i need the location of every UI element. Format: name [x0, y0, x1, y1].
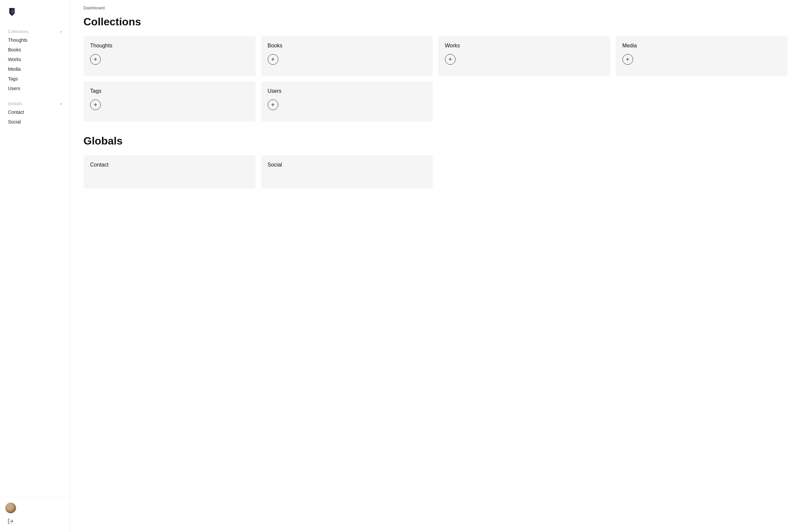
card-thoughts-add-button[interactable]: +	[90, 54, 101, 65]
card-media-add-button[interactable]: +	[623, 54, 633, 65]
logout-icon	[7, 518, 14, 525]
collections-header[interactable]: Collections ▾	[5, 27, 64, 35]
card-thoughts[interactable]: Thoughts +	[83, 36, 256, 76]
card-works-add-button[interactable]: +	[445, 54, 456, 65]
plus-icon: +	[449, 56, 452, 62]
globals-cards-grid: Contact Social	[83, 155, 788, 189]
breadcrumb: Dashboard	[83, 0, 788, 16]
card-works[interactable]: Works +	[438, 36, 610, 76]
card-books-add-button[interactable]: +	[268, 54, 278, 65]
globals-content-section: Globals Contact Social	[83, 135, 788, 189]
avatar[interactable]	[5, 502, 16, 513]
sidebar-item-media[interactable]: Media	[5, 64, 64, 74]
card-media-title: Media	[623, 43, 781, 49]
plus-icon: +	[626, 56, 629, 62]
collections-content-section: Collections Thoughts + Books + Works +	[83, 16, 788, 121]
sidebar-item-contact[interactable]: Contact	[5, 108, 64, 117]
sidebar-item-thoughts[interactable]: Thoughts	[5, 35, 64, 45]
app-logo-icon	[7, 7, 17, 17]
collections-nav: Thoughts Books Works Media Tags Users	[5, 35, 64, 93]
sidebar: Collections ▾ Thoughts Books Works Media…	[0, 0, 70, 532]
card-tags-title: Tags	[90, 88, 249, 94]
collections-section-title: Collections	[83, 16, 788, 28]
card-social-title: Social	[268, 162, 426, 168]
plus-icon: +	[271, 102, 275, 108]
sidebar-item-tags[interactable]: Tags	[5, 74, 64, 83]
card-tags[interactable]: Tags +	[83, 81, 256, 121]
main-content: Dashboard Collections Thoughts + Books +…	[70, 0, 801, 532]
card-thoughts-title: Thoughts	[90, 43, 249, 49]
card-social[interactable]: Social	[261, 155, 433, 189]
card-users-title: Users	[268, 88, 426, 94]
sidebar-bottom	[0, 497, 70, 532]
card-tags-add-button[interactable]: +	[90, 99, 101, 110]
sidebar-item-users[interactable]: Users	[5, 84, 64, 93]
card-works-title: Works	[445, 43, 604, 49]
card-books-title: Books	[268, 43, 426, 49]
globals-section: Globals ▾ Contact Social	[0, 99, 70, 127]
plus-icon: +	[94, 56, 97, 62]
card-media[interactable]: Media +	[616, 36, 788, 76]
globals-header[interactable]: Globals ▾	[5, 99, 64, 108]
card-contact-title: Contact	[90, 162, 249, 168]
globals-nav: Contact Social	[5, 108, 64, 127]
card-books[interactable]: Books +	[261, 36, 433, 76]
avatar-image	[5, 502, 16, 513]
sidebar-item-books[interactable]: Books	[5, 45, 64, 54]
plus-icon: +	[94, 102, 97, 108]
collections-label: Collections	[8, 30, 28, 34]
sidebar-item-works[interactable]: Works	[5, 55, 64, 64]
globals-section-title: Globals	[83, 135, 788, 147]
globals-chevron-icon: ▾	[60, 102, 62, 106]
card-contact[interactable]: Contact	[83, 155, 256, 189]
collections-section: Collections ▾ Thoughts Books Works Media…	[0, 27, 70, 93]
collections-chevron-icon: ▾	[60, 30, 62, 34]
plus-icon: +	[271, 56, 275, 62]
card-users[interactable]: Users +	[261, 81, 433, 121]
card-users-add-button[interactable]: +	[268, 99, 278, 110]
logout-button[interactable]	[5, 516, 16, 527]
collections-cards-row2: Tags + Users +	[83, 81, 788, 121]
logo-area[interactable]	[0, 0, 70, 27]
sidebar-item-social[interactable]: Social	[5, 117, 64, 127]
globals-label: Globals	[8, 101, 22, 106]
collections-cards-row1: Thoughts + Books + Works + Media	[83, 36, 788, 76]
